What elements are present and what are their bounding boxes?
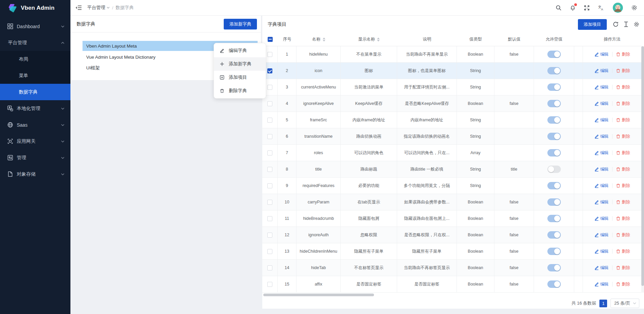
allow-empty-toggle[interactable] [547,149,561,156]
edit-button[interactable]: 编辑 [594,68,609,74]
allow-empty-toggle[interactable] [547,133,561,140]
row-checkbox[interactable] [267,183,272,188]
delete-button[interactable]: 删除 [616,183,630,189]
delete-button[interactable]: 删除 [616,101,630,107]
bell-icon[interactable] [570,5,576,11]
delete-button[interactable]: 删除 [616,150,630,156]
sort-icon[interactable] [377,38,380,42]
table-settings-icon[interactable] [634,21,639,27]
row-checkbox[interactable] [267,249,272,254]
allow-empty-toggle[interactable] [547,51,561,58]
edit-button[interactable]: 编辑 [594,249,609,254]
add-dictionary-button[interactable]: 添加新字典 [224,19,257,29]
delete-button[interactable]: 删除 [616,84,630,90]
search-icon[interactable] [556,5,561,11]
avatar[interactable] [613,3,623,13]
edit-button[interactable]: 编辑 [594,52,609,57]
translate-icon[interactable]: 文 A [598,5,604,11]
delete-button[interactable]: 删除 [616,52,630,57]
edit-button[interactable]: 编辑 [594,199,609,205]
delete-button[interactable]: 删除 [616,117,630,123]
context-menu-item-删除字典[interactable]: 删除字典 [214,84,266,98]
column-header-显示名称[interactable]: 显示名称 [341,33,397,46]
row-checkbox[interactable] [267,200,272,205]
edit-button[interactable]: 编辑 [594,84,609,90]
row-checkbox[interactable] [267,233,272,238]
sidebar-subitem-布局[interactable]: 布局 [0,51,70,67]
row-checkbox[interactable] [267,85,272,90]
context-menu-item-添加新字典[interactable]: 添加新字典 [214,57,266,71]
delete-button[interactable]: 删除 [616,249,630,254]
sidebar-item-Saas[interactable]: Saas [0,117,70,133]
edit-button[interactable]: 编辑 [594,216,609,222]
edit-button[interactable]: 编辑 [594,265,609,271]
row-checkbox[interactable] [267,52,272,57]
allow-empty-toggle[interactable] [547,231,561,239]
select-all-checkbox[interactable] [268,37,273,42]
edit-button[interactable]: 编辑 [594,183,609,189]
delete-button[interactable]: 删除 [616,199,630,205]
delete-button[interactable]: 删除 [616,68,630,74]
row-description-cell: 如果该路由会携带参数... [397,194,457,210]
delete-button[interactable]: 删除 [616,265,630,271]
sidebar-subitem-数据字典[interactable]: 数据字典 [0,84,70,100]
sidebar-subitem-菜单[interactable]: 菜单 [0,67,70,84]
context-menu-item-编辑字典[interactable]: 编辑字典 [214,44,266,57]
allow-empty-toggle[interactable] [547,116,561,124]
edit-button[interactable]: 编辑 [594,150,609,156]
pagination-page-1[interactable]: 1 [599,300,607,307]
logo[interactable]: Vben Admin [0,0,70,16]
allow-empty-toggle[interactable] [547,248,561,255]
breadcrumb-item-platform[interactable]: 平台管理 [87,5,110,11]
delete-button[interactable]: 删除 [616,134,630,139]
add-item-button[interactable]: 添加项目 [578,19,607,30]
row-checkbox[interactable] [267,101,272,106]
row-description: 路由title 一般必填 [411,167,443,172]
row-checkbox[interactable] [267,167,272,172]
edit-button[interactable]: 编辑 [594,232,609,238]
fullscreen-icon[interactable] [584,5,590,11]
allow-empty-toggle[interactable] [547,166,561,173]
settings-icon[interactable] [631,5,637,11]
sort-icon[interactable] [323,38,325,42]
sidebar-item-应用网关[interactable]: 应用网关 [0,133,70,149]
allow-empty-toggle[interactable] [547,264,561,271]
vertical-scrollbar-thumb[interactable] [641,46,644,286]
edit-button[interactable]: 编辑 [594,281,609,287]
allow-empty-toggle[interactable] [547,83,561,91]
context-menu-item-添加项目[interactable]: 添加项目 [214,71,266,84]
allow-empty-toggle[interactable] [547,280,561,288]
edit-button[interactable]: 编辑 [594,134,609,139]
row-checkbox[interactable] [267,265,272,270]
row-seq-cell: 14 [278,260,297,276]
edit-button[interactable]: 编辑 [594,117,609,123]
delete-button[interactable]: 删除 [616,167,630,172]
column-height-icon[interactable] [624,21,629,27]
sidebar-item-本地化管理[interactable]: 本地化管理 [0,100,70,117]
allow-empty-toggle[interactable] [547,198,561,206]
column-header-名称[interactable]: 名称 [297,33,341,46]
sidebar-item-对象存储[interactable]: 对象存储 [0,166,70,182]
row-checkbox[interactable] [267,118,272,123]
delete-button[interactable]: 删除 [616,281,630,287]
sidebar-item-Dashboard[interactable]: Dashboard [0,18,70,35]
delete-button[interactable]: 删除 [616,232,630,238]
delete-button[interactable]: 删除 [616,216,630,222]
edit-button[interactable]: 编辑 [594,101,609,107]
sidebar-item-管理[interactable]: 管理 [0,149,70,166]
allow-empty-toggle[interactable] [547,100,561,107]
allow-empty-toggle[interactable] [547,67,561,74]
horizontal-scrollbar-thumb[interactable] [263,294,374,296]
row-checkbox[interactable] [267,216,272,221]
row-checkbox[interactable] [267,68,272,73]
edit-button[interactable]: 编辑 [594,167,609,172]
row-checkbox[interactable] [267,134,272,139]
sidebar-item-平台管理[interactable]: 平台管理 [0,35,70,51]
row-checkbox[interactable] [267,150,272,155]
sidebar-collapse-icon[interactable] [76,5,82,10]
refresh-icon[interactable] [613,21,619,27]
page-size-select[interactable]: 25 条/页 [610,299,639,308]
allow-empty-toggle[interactable] [547,215,561,222]
row-checkbox[interactable] [267,282,272,287]
allow-empty-toggle[interactable] [547,182,561,189]
